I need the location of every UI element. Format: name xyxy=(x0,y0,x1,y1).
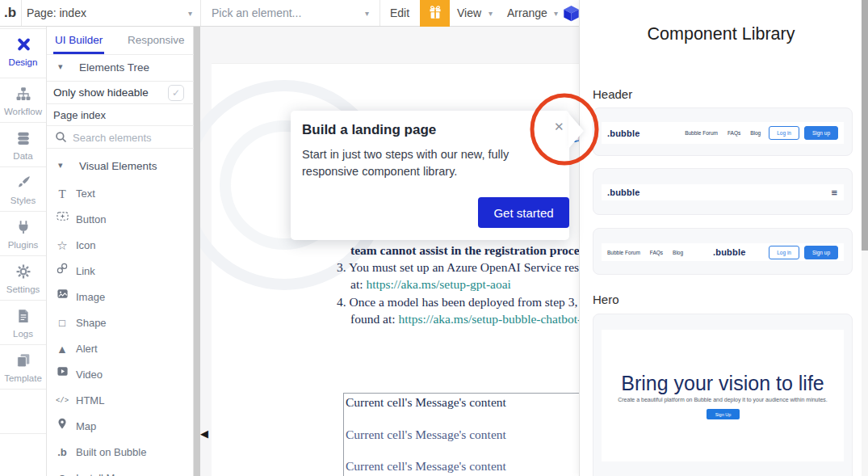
element-item-label: Text xyxy=(76,181,95,207)
element-item-label: Install More xyxy=(76,465,130,476)
chevron-down-icon[interactable]: ▾ xyxy=(188,9,192,18)
bubble-brand-logo: .bubble xyxy=(713,247,746,257)
element-item-label: HTML xyxy=(76,388,104,414)
collapse-panel-icon[interactable]: ◀ xyxy=(200,428,208,440)
library-scrollbar-thumb[interactable] xyxy=(862,0,868,251)
sidebar-item-label: Plugins xyxy=(0,240,46,250)
tab-responsive[interactable]: Responsive xyxy=(128,27,185,54)
chevron-down-icon[interactable]: ▾ xyxy=(58,160,63,171)
element-item-icon[interactable]: ☆ Icon xyxy=(47,233,193,259)
repeating-group-row[interactable]: Current cell's Message's content xyxy=(346,428,506,442)
plug-icon xyxy=(16,220,31,234)
repeating-group-row[interactable]: Current cell's Message's content xyxy=(346,459,506,474)
element-item-text[interactable]: T Text xyxy=(47,181,193,207)
header-component-2[interactable]: .bubble ≡ xyxy=(593,168,853,215)
element-item-video[interactable]: Video xyxy=(47,362,193,388)
design-icon xyxy=(15,37,31,52)
element-item-map[interactable]: Map xyxy=(47,414,193,440)
chevron-down-icon[interactable]: ▾ xyxy=(58,61,63,72)
bubble-logo: .b xyxy=(4,0,16,26)
repeating-group[interactable]: Current cell's Message's content Current… xyxy=(343,393,579,476)
element-item-image[interactable]: Image xyxy=(47,284,193,310)
setup-gpt-link[interactable]: https://aka.ms/setup-gpt-aoai xyxy=(366,277,511,291)
hero-heading: Bring your vision to life xyxy=(602,372,844,395)
repeating-group-row[interactable]: Current cell's Message's content xyxy=(346,395,506,410)
install-plus-icon: ⊕ xyxy=(53,465,71,476)
sidebar-item-label: Logs xyxy=(0,329,46,339)
search-icon xyxy=(55,131,67,146)
visual-elements-header[interactable]: ▾ Visual Elements xyxy=(47,154,194,179)
element-item-html[interactable]: </> HTML xyxy=(47,388,193,414)
element-item-install-more[interactable]: ⊕ Install More xyxy=(47,465,193,476)
visual-elements-label: Visual Elements xyxy=(79,154,157,179)
library-scrollbar-track[interactable] xyxy=(862,0,868,476)
only-show-hideable-label: Only show hideable xyxy=(53,82,149,104)
header-preview-bar: .bubble ≡ xyxy=(602,184,844,200)
search-input[interactable] xyxy=(73,128,187,146)
modal-body-text: Start in just two steps with our new, fu… xyxy=(302,146,546,180)
tab-ui-builder[interactable]: UI Builder xyxy=(53,27,104,54)
hero-component[interactable]: Bring your vision to life Create a beaut… xyxy=(593,314,853,476)
element-item-button[interactable]: Button xyxy=(47,207,193,233)
divider xyxy=(200,0,201,26)
sidebar-item-workflow[interactable]: Workflow xyxy=(0,78,46,122)
image-icon xyxy=(53,284,71,309)
element-picker[interactable]: Pick an element... xyxy=(212,0,301,26)
doc-list-item-3[interactable]: 3. You must set up an Azure OpenAI Servi… xyxy=(337,260,579,275)
button-icon xyxy=(53,207,71,231)
database-icon xyxy=(16,131,31,145)
doc-list-item-4-link-line: found at: https://aka.ms/setup-bubble-ch… xyxy=(350,312,579,326)
sidebar-item-settings[interactable]: Settings xyxy=(0,255,46,300)
element-item-label: Built on Bubble xyxy=(76,440,146,465)
sidebar-item-styles[interactable]: Styles xyxy=(0,166,46,211)
arrange-menu[interactable]: Arrange xyxy=(507,0,547,26)
element-item-alert[interactable]: ▲ Alert xyxy=(47,336,193,362)
signup-button: Sign up xyxy=(804,126,838,140)
hero-section-label: Hero xyxy=(593,293,619,306)
bubble-brand-logo: .bubble xyxy=(607,128,640,138)
nav-link: Bubble Forum xyxy=(607,250,640,255)
left-navigation: Design Workflow Data Styles Plugins xyxy=(0,27,47,476)
modal-pointer-arrow xyxy=(568,113,584,149)
hero-subtitle: Create a beautiful platform on Bubble an… xyxy=(602,397,844,402)
edit-menu[interactable]: Edit xyxy=(390,0,409,26)
sidebar-item-template[interactable]: Template xyxy=(0,344,46,389)
close-icon[interactable]: ✕ xyxy=(554,120,564,134)
element-item-shape[interactable]: □ Shape xyxy=(47,310,193,336)
elements-tree-label: Elements Tree xyxy=(79,55,149,81)
nav-link: Blog xyxy=(750,130,761,136)
page-selector[interactable]: Page: index xyxy=(27,0,86,26)
code-icon: </> xyxy=(53,388,71,414)
header-component-3[interactable]: Bubble Forum FAQs Blog .bubble Log in Si… xyxy=(593,228,853,275)
component-library-panel: Component Library Header .bubble Bubble … xyxy=(579,0,868,476)
gift-button[interactable] xyxy=(420,0,450,27)
view-menu[interactable]: View xyxy=(457,0,481,26)
hamburger-menu-icon: ≡ xyxy=(831,187,837,199)
header-component-1[interactable]: .bubble Bubble Forum FAQs Blog Log in Si… xyxy=(593,107,853,156)
doc-bold-line[interactable]: team cannot assist in the registration p… xyxy=(350,243,579,258)
doc-list-item-4[interactable]: 4. Once a model has been deployed from s… xyxy=(337,295,579,310)
element-item-link[interactable]: Link xyxy=(47,259,193,284)
chevron-down-icon[interactable]: ▾ xyxy=(365,9,369,18)
file-icon xyxy=(16,309,31,323)
workflow-icon xyxy=(16,86,31,101)
landing-page-modal: Build a landing page ✕ Start in just two… xyxy=(291,111,569,240)
page-canvas[interactable]: Create an Azu team cannot assist in the … xyxy=(200,27,579,476)
element-item-built-on-bubble[interactable]: .b Built on Bubble xyxy=(47,440,193,465)
header-preview-bar: .bubble Bubble Forum FAQs Blog Log in Si… xyxy=(602,122,844,144)
page-tree-item[interactable]: Page index xyxy=(47,104,194,126)
sidebar-item-plugins[interactable]: Plugins xyxy=(0,211,46,255)
elements-panel-scrollbar[interactable] xyxy=(194,27,200,476)
component-library-title: Component Library xyxy=(580,24,862,44)
gear-icon xyxy=(16,264,31,279)
sidebar-item-design[interactable]: Design xyxy=(0,28,46,78)
elements-tree-header[interactable]: ▾ Elements Tree xyxy=(47,55,194,82)
component-library-cube-icon[interactable] xyxy=(563,5,580,25)
sidebar-item-data[interactable]: Data xyxy=(0,122,46,166)
hideable-checkbox[interactable]: ✓ xyxy=(168,85,184,101)
element-item-label: Map xyxy=(76,414,96,440)
sidebar-item-logs[interactable]: Logs xyxy=(0,300,46,344)
setup-chatbot-link[interactable]: https://aka.ms/setup-bubble-chatbot-a xyxy=(398,312,579,326)
modal-title: Build a landing page xyxy=(302,122,436,138)
get-started-button[interactable]: Get started xyxy=(478,197,569,228)
